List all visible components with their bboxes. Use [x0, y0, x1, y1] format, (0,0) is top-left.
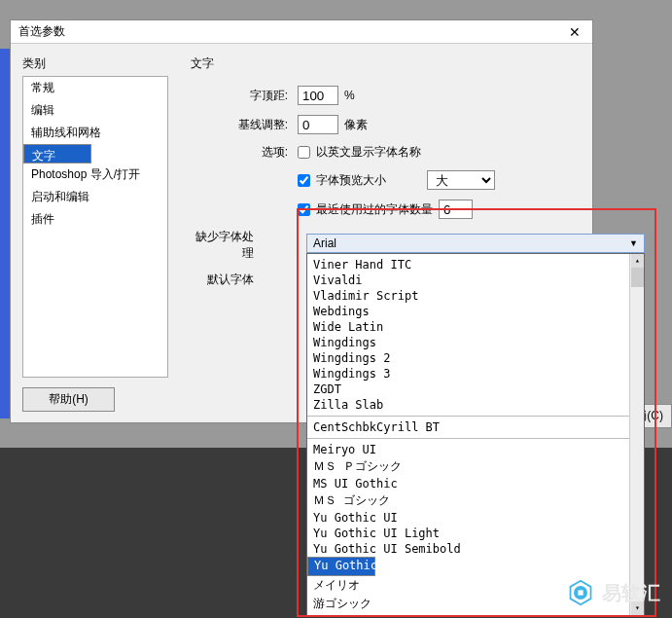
- category-panel: 类别 常规编辑辅助线和网格文字Photoshop 导入/打开启动和编辑插件 帮助…: [22, 55, 168, 411]
- titlebar: 首选参数 ✕: [11, 20, 592, 44]
- font-option[interactable]: Meiryo UI: [307, 442, 644, 457]
- font-option[interactable]: Yu Gothic UI Light: [307, 526, 644, 541]
- category-item[interactable]: 常规: [23, 77, 167, 99]
- category-item[interactable]: 启动和编辑: [23, 186, 167, 208]
- font-option[interactable]: Vivaldi: [307, 273, 644, 288]
- spacing-label: 字顶距:: [186, 88, 298, 104]
- font-option[interactable]: Webdings: [307, 304, 644, 319]
- watermark: 易软汇: [567, 579, 660, 606]
- dialog-title: 首选参数: [18, 23, 565, 40]
- category-item[interactable]: 编辑: [23, 99, 167, 122]
- default-font-label: 默认字体: [186, 272, 264, 288]
- options-label: 选项:: [186, 144, 298, 161]
- font-option[interactable]: MS UI Gothic: [307, 476, 644, 491]
- help-button[interactable]: 帮助(H): [22, 387, 115, 412]
- section-title: 文字: [186, 55, 581, 72]
- baseline-label: 基线调整:: [186, 117, 298, 133]
- scrollbar[interactable]: ▴ ▾: [629, 254, 644, 615]
- category-list[interactable]: 常规编辑辅助线和网格文字Photoshop 导入/打开启动和编辑插件: [22, 76, 168, 378]
- category-item[interactable]: 文字: [23, 144, 91, 164]
- recent-input[interactable]: [439, 200, 473, 219]
- watermark-text: 易软汇: [602, 580, 660, 606]
- font-option[interactable]: Zilla Slab: [307, 397, 644, 413]
- svg-rect-1: [578, 590, 583, 595]
- font-dropdown[interactable]: ▴ ▾ Viner Hand ITCVivaldiVladimir Script…: [306, 253, 645, 616]
- category-item[interactable]: Photoshop 导入/打开: [23, 164, 167, 186]
- recent-checkbox[interactable]: [298, 203, 310, 216]
- scroll-up-icon[interactable]: ▴: [631, 254, 644, 268]
- font-option[interactable]: Vladimir Script: [307, 288, 644, 304]
- font-option[interactable]: Wingdings 2: [307, 350, 644, 366]
- font-option[interactable]: Wingdings: [307, 335, 644, 350]
- font-option[interactable]: ＭＳ Ｐゴシック: [307, 457, 644, 476]
- baseline-unit: 像素: [344, 117, 368, 133]
- scroll-thumb[interactable]: [631, 268, 644, 287]
- font-option[interactable]: ZGDT: [307, 382, 644, 397]
- chevron-down-icon: ▼: [629, 238, 638, 248]
- missing-font-label: 缺少字体处理: [186, 229, 264, 262]
- close-icon[interactable]: ✕: [565, 24, 584, 40]
- font-option[interactable]: Viner Hand ITC: [307, 257, 644, 273]
- spacing-unit: %: [344, 89, 355, 102]
- category-item[interactable]: 插件: [23, 208, 167, 231]
- font-option[interactable]: Wide Latin: [307, 319, 644, 335]
- default-font-combo[interactable]: Arial ▼: [306, 234, 645, 253]
- font-option[interactable]: CentSchbkCyrill BT: [307, 419, 644, 435]
- baseline-input[interactable]: [298, 115, 338, 134]
- english-font-label: 以英文显示字体名称: [316, 144, 421, 161]
- category-item[interactable]: 辅助线和网格: [23, 122, 167, 144]
- combo-value: Arial: [313, 236, 336, 250]
- font-option[interactable]: Wingdings 3: [307, 366, 644, 382]
- category-label: 类别: [22, 55, 168, 72]
- preview-size-select[interactable]: 大: [427, 170, 495, 190]
- watermark-icon: [567, 579, 594, 606]
- spacing-input[interactable]: [298, 86, 338, 105]
- font-option[interactable]: Yu Gothic UI Semibold: [307, 541, 644, 557]
- english-font-checkbox[interactable]: [298, 146, 310, 159]
- recent-label: 最近使用过的字体数量: [316, 201, 433, 218]
- font-option[interactable]: ＭＳ ゴシック: [307, 491, 644, 510]
- preview-label: 字体预览大小: [316, 172, 386, 189]
- font-option[interactable]: Yu Gothic UI: [307, 510, 644, 526]
- preview-checkbox[interactable]: [298, 174, 310, 187]
- font-option[interactable]: Yu Gothic UI Semilight: [307, 557, 375, 576]
